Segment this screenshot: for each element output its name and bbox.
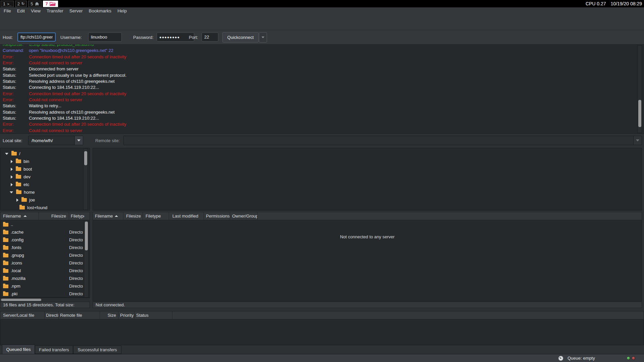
local-site-dropdown-button[interactable] xyxy=(74,136,83,145)
column-header-filename[interactable]: Filename xyxy=(93,212,123,220)
terminal-icon: >_ xyxy=(7,2,11,6)
workspace-number: 7 xyxy=(45,1,48,6)
password-label: Password: xyxy=(133,35,154,40)
column-header-filetype[interactable]: Filetype xyxy=(143,212,169,220)
username-label: Username: xyxy=(60,35,82,40)
workspace-7-button[interactable]: 7 xyxy=(43,1,58,7)
column-header-permissions[interactable]: Permissions xyxy=(204,212,230,220)
username-input[interactable] xyxy=(88,33,122,42)
folder-icon xyxy=(3,269,8,273)
local-directory-tree: / bin boot dev etc home joe lost+found xyxy=(0,148,90,210)
local-list-hscrollbar[interactable] xyxy=(0,298,90,302)
tree-item-boot[interactable]: boot xyxy=(0,165,90,173)
column-header-server-local-file[interactable]: Server/Local file xyxy=(0,311,45,319)
menu-item-bookmarks[interactable]: Bookmarks xyxy=(86,8,115,13)
file-row-local[interactable]: .local Directory xyxy=(0,267,90,275)
expander-closed-icon[interactable] xyxy=(11,183,13,186)
file-row-cache[interactable]: .cache Directory xyxy=(0,229,90,236)
folder-icon xyxy=(16,175,21,179)
workspace-1-button[interactable]: 1 >_ xyxy=(1,1,14,7)
log-scrollbar[interactable] xyxy=(637,45,642,133)
column-header-owner-group[interactable]: Owner/Group xyxy=(230,212,258,220)
menu-item-help[interactable]: Help xyxy=(114,8,130,13)
remote-site-combo[interactable] xyxy=(123,136,642,145)
menu-item-file[interactable]: File xyxy=(1,8,14,13)
led-green-icon xyxy=(627,356,630,360)
column-header-last-modified[interactable]: Last modified xyxy=(169,212,204,220)
column-header-direction[interactable]: Direction xyxy=(45,311,59,319)
workspace-2-button[interactable]: 2 ↻ xyxy=(15,1,27,7)
chevron-down-icon xyxy=(636,139,639,141)
column-header-filename[interactable]: Filename xyxy=(0,212,39,220)
column-header-status[interactable]: Status xyxy=(135,311,172,319)
quickconnect-button[interactable]: Quickconnect xyxy=(222,32,259,43)
expander-closed-icon[interactable] xyxy=(11,175,13,179)
file-row-icons[interactable]: .icons Directory xyxy=(0,259,90,267)
expander-closed-icon[interactable] xyxy=(16,198,18,202)
queue-header: Server/Local file Direction Remote file … xyxy=(0,311,644,319)
menu-item-server[interactable]: Server xyxy=(66,8,86,13)
log-line: Status:Selected port usually in use by a… xyxy=(0,72,644,78)
workspace-number: 1 xyxy=(3,1,5,6)
port-input[interactable] xyxy=(202,33,218,42)
column-header-filesize[interactable]: Filesize xyxy=(39,212,69,220)
tree-scrollbar[interactable] xyxy=(83,148,88,210)
sort-ascending-icon xyxy=(115,215,118,217)
file-row-parent[interactable]: .. xyxy=(0,221,90,229)
menu-item-view[interactable]: View xyxy=(28,8,44,13)
column-header-size[interactable]: Size xyxy=(100,311,118,319)
tab-failed-transfers[interactable]: Failed transfers xyxy=(35,346,73,354)
file-row-config[interactable]: .config Directory xyxy=(0,236,90,244)
local-site-combo[interactable]: /home/wfh/ xyxy=(28,136,83,145)
file-row-mozilla[interactable]: .mozilla Directory xyxy=(0,275,90,283)
file-row-pki[interactable]: .pki Directory xyxy=(0,290,90,298)
menu-item-edit[interactable]: Edit xyxy=(14,8,28,13)
speed-limits-icon[interactable] xyxy=(558,356,564,361)
local-list-scrollbar[interactable] xyxy=(84,220,89,298)
column-header-filesize[interactable]: Filesize xyxy=(123,212,143,220)
expander-open-icon[interactable] xyxy=(10,191,13,193)
menu-item-transfer[interactable]: Transfer xyxy=(44,8,66,13)
remote-list-header: Filename Filesize Filetype Last modified… xyxy=(93,212,642,220)
tree-item-label: dev xyxy=(23,174,31,179)
folder-icon xyxy=(3,231,8,234)
local-list-scrollbar-thumb[interactable] xyxy=(85,222,88,250)
file-row-npm[interactable]: .npm Directory xyxy=(0,283,90,290)
expander-closed-icon[interactable] xyxy=(11,160,13,163)
column-header-filetype[interactable]: Filetype xyxy=(69,212,84,220)
remote-directory-tree-empty xyxy=(93,148,642,210)
file-row-fonts[interactable]: .fonts Directory xyxy=(0,244,90,252)
tab-successful-transfers[interactable]: Successful transfers xyxy=(73,346,121,354)
tab-queued-files[interactable]: Queued files xyxy=(2,345,35,354)
tree-scrollbar-thumb[interactable] xyxy=(84,151,87,165)
local-list-hscrollbar-thumb[interactable] xyxy=(1,299,41,301)
column-header-remote-file[interactable]: Remote file xyxy=(59,311,100,319)
log-scrollbar-thumb[interactable] xyxy=(638,100,641,127)
chevron-down-icon xyxy=(77,139,80,141)
tree-item-bin[interactable]: bin xyxy=(0,158,90,165)
tree-item-lost-found[interactable]: lost+found xyxy=(0,204,90,210)
tree-item-root[interactable]: / xyxy=(0,150,90,158)
file-row-gnupg[interactable]: .gnupg Directory xyxy=(0,252,90,259)
expander-open-icon[interactable] xyxy=(5,153,8,155)
log-line: Status:Disconnected from server xyxy=(0,66,644,72)
tree-item-home[interactable]: home xyxy=(0,188,90,196)
log-line: Error:Could not connect to server xyxy=(0,97,644,103)
folder-icon xyxy=(16,167,21,171)
expander-closed-icon[interactable] xyxy=(11,168,13,171)
folder-icon xyxy=(3,261,8,265)
tree-item-joe[interactable]: joe xyxy=(0,196,90,204)
quickconnect-bar: Host: Username: Password: Port: Quickcon… xyxy=(0,30,644,45)
remote-site-dropdown-button[interactable] xyxy=(633,136,642,145)
led-red-icon xyxy=(632,356,635,360)
remote-empty-message: Not connected to any server xyxy=(93,234,642,239)
tree-item-dev[interactable]: dev xyxy=(0,173,90,181)
tree-item-label: home xyxy=(24,190,35,195)
local-site-label: Local site: xyxy=(3,138,22,143)
workspace-number: 5 xyxy=(31,1,33,6)
quickconnect-dropdown-button[interactable] xyxy=(259,32,267,43)
workspace-5-button[interactable]: 5 xyxy=(28,1,42,7)
column-header-priority[interactable]: Priority xyxy=(118,311,135,319)
tree-item-etc[interactable]: etc xyxy=(0,181,90,188)
host-input[interactable] xyxy=(17,33,56,42)
